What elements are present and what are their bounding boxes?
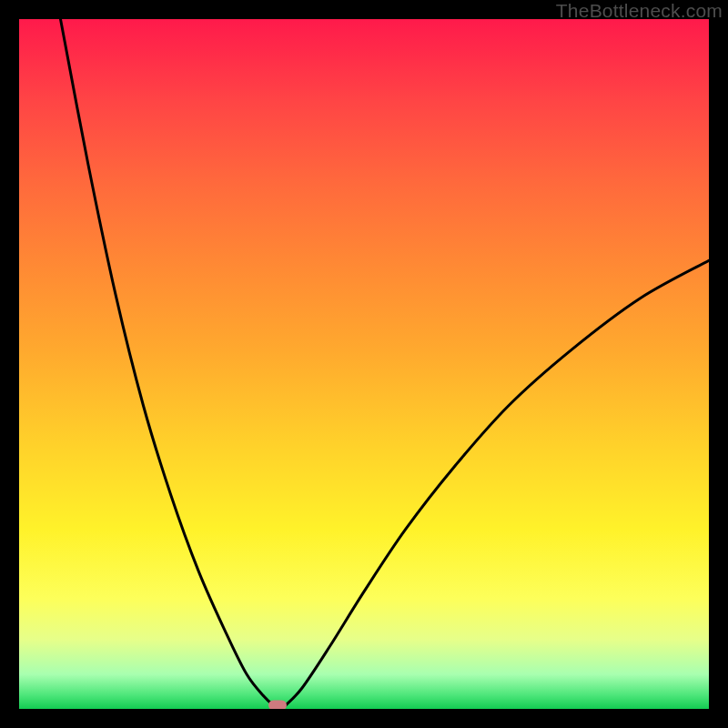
curve-left-branch [60, 19, 274, 706]
bottleneck-curve [19, 19, 709, 709]
chart-frame [19, 19, 709, 709]
minimum-marker [268, 701, 287, 710]
curve-right-branch [285, 260, 709, 706]
